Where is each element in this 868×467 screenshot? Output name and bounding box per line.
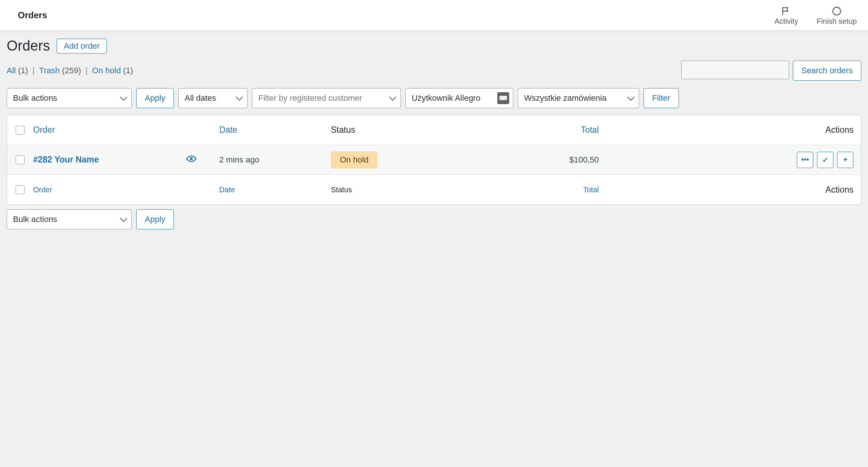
allegro-user-label: Użytkownik Allegro bbox=[412, 93, 481, 103]
filter-trash-count: (259) bbox=[62, 66, 81, 75]
bulk-actions-label: Bulk actions bbox=[13, 93, 57, 103]
order-link[interactable]: #282 Your Name bbox=[33, 155, 99, 165]
bottom-bulk-row: Bulk actions Apply bbox=[7, 209, 861, 229]
dates-label: All dates bbox=[185, 93, 216, 103]
page-title: Orders bbox=[7, 38, 50, 54]
orders-table: Order Date Status Total Actions #282 You… bbox=[7, 115, 861, 205]
filter-all-link[interactable]: All bbox=[7, 66, 16, 75]
apply-bulk-button[interactable]: Apply bbox=[136, 88, 174, 108]
filter-button[interactable]: Filter bbox=[644, 88, 679, 108]
select-all-checkbox-bottom[interactable] bbox=[16, 185, 25, 194]
allegro-user-select[interactable]: Użytkownik Allegro ⌨ bbox=[405, 88, 513, 108]
order-total: $100,50 bbox=[502, 155, 606, 165]
col-status: Status bbox=[331, 125, 502, 135]
col-total-footer[interactable]: Total bbox=[502, 186, 606, 194]
circle-icon bbox=[832, 6, 842, 16]
col-order[interactable]: Order bbox=[33, 125, 219, 135]
col-date[interactable]: Date bbox=[219, 125, 331, 135]
search-input[interactable] bbox=[681, 61, 789, 79]
filter-all-count: (1) bbox=[18, 66, 28, 75]
flag-icon bbox=[781, 6, 791, 16]
select-all-checkbox[interactable] bbox=[16, 126, 25, 135]
complete-button[interactable]: ✓ bbox=[817, 152, 833, 168]
topbar-title: Orders bbox=[18, 10, 47, 20]
row-checkbox[interactable] bbox=[16, 155, 25, 164]
svg-point-1 bbox=[190, 157, 193, 160]
finish-setup-label: Finish setup bbox=[817, 17, 857, 26]
add-button[interactable]: + bbox=[837, 152, 853, 168]
activity-button[interactable]: Activity bbox=[775, 6, 798, 26]
col-status-footer: Status bbox=[331, 186, 502, 194]
orders-type-label: Wszystkie zamówienia bbox=[524, 93, 606, 103]
page-content: Orders Add order All (1) | Trash (259) |… bbox=[0, 30, 868, 237]
col-actions-footer: Actions bbox=[606, 185, 853, 195]
apply-bulk-button-bottom[interactable]: Apply bbox=[136, 209, 174, 229]
search-orders-button[interactable]: Search orders bbox=[793, 61, 861, 81]
col-total[interactable]: Total bbox=[502, 125, 606, 135]
status-badge: On hold bbox=[331, 151, 377, 168]
table-row: #282 Your Name 2 mins ago On hold $100,5… bbox=[7, 145, 861, 175]
more-actions-button[interactable]: ••• bbox=[797, 152, 813, 168]
col-order-footer[interactable]: Order bbox=[33, 186, 219, 194]
filter-onhold-count: (1) bbox=[123, 66, 133, 75]
search-group: Search orders bbox=[681, 61, 861, 81]
topbar-actions: Activity Finish setup bbox=[775, 4, 857, 26]
customer-filter-placeholder: Filter by registered customer bbox=[258, 93, 362, 103]
separator: | bbox=[32, 66, 35, 75]
filters-row: Bulk actions Apply All dates Filter by r… bbox=[7, 88, 861, 108]
page-header: Orders Add order bbox=[7, 38, 861, 54]
orders-type-select[interactable]: Wszystkie zamówienia bbox=[518, 88, 639, 108]
table-header-row: Order Date Status Total Actions bbox=[7, 115, 861, 145]
finish-setup-button[interactable]: Finish setup bbox=[817, 6, 857, 26]
customer-filter-select[interactable]: Filter by registered customer bbox=[252, 88, 401, 108]
keyboard-icon: ⌨ bbox=[497, 92, 509, 104]
eye-icon bbox=[186, 155, 197, 162]
filter-trash-link[interactable]: Trash bbox=[39, 66, 60, 75]
add-order-button[interactable]: Add order bbox=[57, 39, 107, 54]
filter-onhold-link[interactable]: On hold bbox=[92, 66, 121, 75]
table-footer-row: Order Date Status Total Actions bbox=[7, 175, 861, 204]
separator: | bbox=[86, 66, 88, 75]
bulk-actions-label-bottom: Bulk actions bbox=[13, 215, 57, 224]
dates-select[interactable]: All dates bbox=[178, 88, 248, 108]
preview-button[interactable] bbox=[186, 155, 197, 164]
status-filters: All (1) | Trash (259) | On hold (1) Sear… bbox=[7, 61, 861, 81]
col-actions: Actions bbox=[606, 125, 853, 135]
col-date-footer[interactable]: Date bbox=[219, 186, 331, 194]
svg-point-0 bbox=[833, 7, 841, 15]
order-date: 2 mins ago bbox=[219, 155, 331, 165]
activity-label: Activity bbox=[775, 17, 798, 26]
top-bar: Orders Activity Finish setup bbox=[0, 0, 868, 30]
bulk-actions-select-bottom[interactable]: Bulk actions bbox=[7, 209, 132, 229]
bulk-actions-select[interactable]: Bulk actions bbox=[7, 88, 132, 108]
